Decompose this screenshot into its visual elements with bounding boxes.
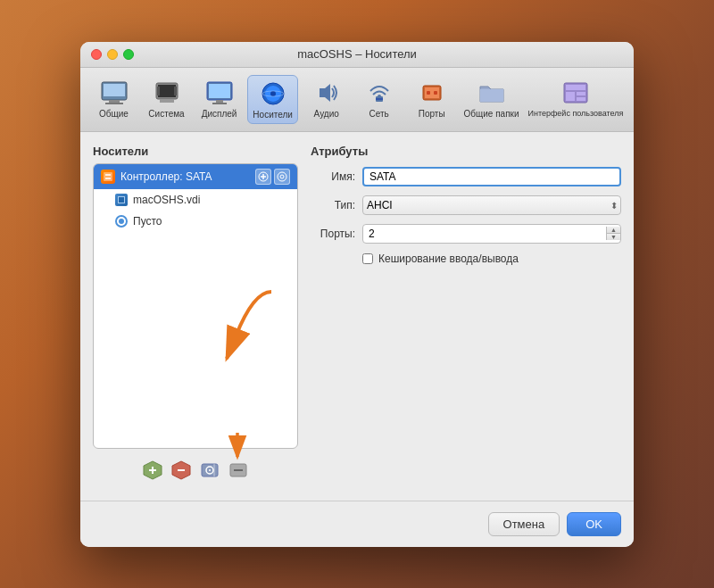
ok-button[interactable]: OK: [567, 512, 621, 536]
bottom-bar: Отмена OK: [80, 501, 634, 547]
svg-rect-10: [209, 84, 230, 98]
svg-rect-1: [104, 84, 125, 96]
name-row: Имя:: [311, 167, 621, 186]
svg-rect-40: [119, 197, 124, 203]
toolbar: Общие Система: [80, 68, 634, 132]
svg-rect-29: [577, 92, 585, 95]
svg-rect-5: [158, 85, 176, 97]
empty-icon: [115, 215, 128, 228]
type-label: Тип:: [311, 199, 355, 211]
name-label: Имя:: [311, 170, 355, 183]
toolbar-item-system[interactable]: Система: [142, 75, 191, 124]
svg-point-49: [209, 469, 211, 471]
svg-rect-30: [577, 97, 585, 101]
network-icon: [363, 79, 395, 107]
svg-point-15: [270, 91, 276, 96]
ports-spinner: 2 ▲ ▼: [362, 224, 621, 244]
type-select[interactable]: AHCI ICH6: [362, 195, 621, 215]
toolbar-item-general[interactable]: Общие: [89, 75, 138, 124]
toolbar-item-display[interactable]: Дисплей: [195, 75, 244, 124]
svg-point-20: [378, 95, 381, 98]
cancel-button[interactable]: Отмена: [488, 512, 560, 536]
add-disk-optical-button[interactable]: [274, 169, 290, 185]
svg-marker-17: [320, 84, 330, 102]
empty-item[interactable]: Пусто: [94, 211, 297, 232]
toolbar-label-shared: Общие папки: [464, 109, 519, 119]
content-area: Носители Контроллер: SATA: [80, 132, 634, 501]
ports-value: 2: [363, 228, 606, 240]
controller-name: Контроллер: SATA: [120, 170, 212, 183]
remove-controller-button[interactable]: [170, 460, 192, 481]
display-icon: [203, 79, 236, 107]
svg-rect-33: [105, 178, 111, 179]
ui-icon: [560, 79, 592, 107]
svg-rect-19: [376, 98, 383, 100]
ports-increment-button[interactable]: ▲: [607, 227, 620, 234]
type-row: Тип: AHCI ICH6: [311, 195, 621, 215]
svg-rect-27: [566, 85, 585, 90]
ports-label: Порты:: [311, 228, 355, 240]
svg-rect-11: [216, 100, 223, 103]
close-button[interactable]: [91, 49, 102, 60]
svg-rect-2: [109, 100, 120, 103]
window-controls[interactable]: [91, 49, 134, 60]
toolbar-label-display: Дисплей: [202, 109, 237, 119]
cache-row: Кеширование ввода/вывода: [362, 253, 621, 265]
disk-name: macOSHS.vdi: [133, 194, 200, 206]
toolbar-item-ui[interactable]: Интерфейс пользователя: [527, 75, 625, 124]
add-controller-button[interactable]: [142, 460, 163, 481]
ports-row: Порты: 2 ▲ ▼: [311, 224, 621, 244]
svg-point-37: [278, 172, 286, 181]
shared-icon: [476, 79, 508, 107]
title-bar: macOSHS – Носители: [80, 42, 634, 68]
toolbar-item-network[interactable]: Сеть: [354, 75, 403, 124]
right-panel: Атрибуты Имя: Тип: AHCI ICH6 Порты:: [311, 145, 621, 488]
toolbar-label-ports: Порты: [419, 109, 445, 119]
ports-decrement-button[interactable]: ▼: [607, 234, 620, 240]
cache-label: Кеширование ввода/вывода: [378, 253, 519, 265]
svg-rect-24: [434, 91, 437, 95]
window-title: macOSHS – Носители: [297, 47, 417, 61]
type-select-wrapper: AHCI ICH6: [362, 195, 621, 215]
system-icon: [151, 79, 183, 107]
storage-icon: [257, 79, 289, 108]
toolbar-item-ports[interactable]: Порты: [407, 75, 456, 124]
general-icon: [98, 79, 130, 107]
remove-disk-button[interactable]: [228, 460, 249, 481]
storage-list: Контроллер: SATA: [93, 163, 298, 449]
svg-rect-12: [212, 103, 227, 104]
toolbar-label-system: Система: [148, 109, 184, 119]
minimize-button[interactable]: [107, 49, 118, 60]
svg-rect-23: [427, 91, 430, 95]
name-input[interactable]: [362, 167, 621, 186]
main-window: macOSHS – Носители Общие: [80, 42, 634, 547]
controller-item[interactable]: Контроллер: SATA: [94, 164, 297, 189]
add-disk-inline-button[interactable]: [255, 169, 271, 185]
left-panel: Носители Контроллер: SATA: [93, 145, 298, 488]
toolbar-label-general: Общие: [99, 109, 129, 119]
add-optical-button[interactable]: [199, 460, 220, 481]
disk-icon: [115, 194, 128, 206]
controller-icon: [101, 170, 115, 184]
svg-rect-28: [566, 92, 575, 101]
svg-rect-6: [160, 99, 174, 103]
cache-checkbox[interactable]: [362, 253, 373, 264]
toolbar-item-storage[interactable]: Носители: [247, 75, 298, 124]
toolbar-item-shared[interactable]: Общие папки: [460, 75, 523, 124]
toolbar-label-storage: Носители: [253, 110, 293, 120]
maximize-button[interactable]: [123, 49, 134, 60]
svg-rect-8: [174, 87, 177, 95]
audio-icon: [311, 79, 343, 107]
disk-item[interactable]: macOSHS.vdi: [94, 189, 297, 211]
svg-point-38: [280, 175, 284, 178]
ports-icon: [416, 79, 448, 107]
storage-toolbar: [93, 452, 298, 488]
toolbar-label-audio: Аудио: [314, 109, 339, 119]
ctrl-actions: [255, 169, 290, 185]
svg-rect-3: [105, 103, 123, 104]
svg-rect-25: [480, 89, 503, 102]
storage-panel-title: Носители: [93, 145, 298, 158]
empty-name: Пусто: [133, 215, 162, 228]
toolbar-label-ui: Интерфейс пользователя: [527, 109, 623, 118]
toolbar-item-audio[interactable]: Аудио: [302, 75, 351, 124]
